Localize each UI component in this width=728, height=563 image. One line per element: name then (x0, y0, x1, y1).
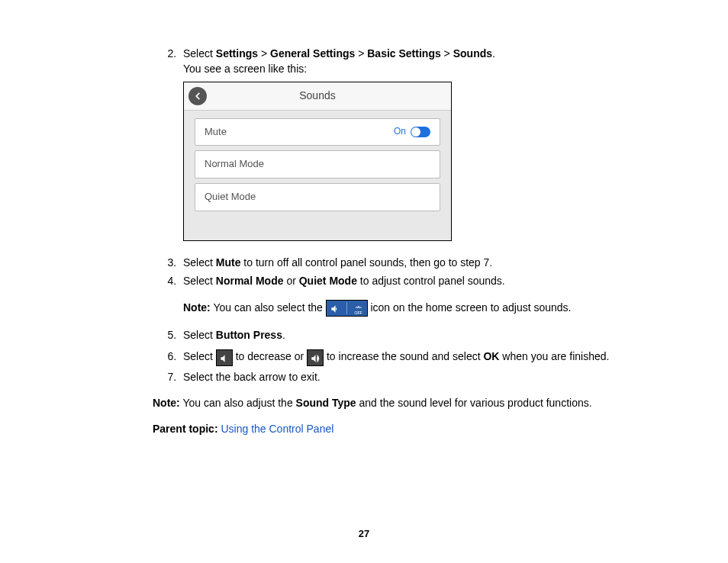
bold-normal-mode: Normal Mode (216, 275, 284, 287)
menu-settings: Settings (216, 47, 258, 60)
note-label: Note: (153, 397, 180, 409)
parent-topic-link[interactable]: Using the Control Panel (218, 423, 334, 435)
row-mute-label: Mute (205, 125, 394, 140)
bold-ok: OK (483, 350, 499, 362)
row-mute-state: On (394, 125, 406, 138)
menu-sounds: Sounds (453, 47, 492, 60)
row-normal-mode: Normal Mode (195, 150, 440, 179)
bold-quiet-mode: Quiet Mode (299, 275, 357, 287)
step-4: Select Normal Mode or Quiet Mode to adju… (179, 273, 652, 317)
bold-button-press: Button Press (216, 329, 282, 341)
volume-down-icon (216, 349, 233, 366)
step-2-subtext: You see a screen like this: (183, 61, 652, 76)
screenshot-title: Sounds (207, 88, 428, 103)
row-quiet-label: Quiet Mode (205, 190, 430, 204)
off-label: OFF (350, 311, 367, 315)
note-1: Note: You can also select the OFF icon o… (183, 300, 652, 317)
note-2: Note: You can also adjust the Sound Type… (153, 395, 652, 410)
volume-up-icon (307, 349, 324, 366)
page-number: 27 (0, 527, 728, 542)
screenshot-header: Sounds (184, 82, 451, 111)
parent-topic-label: Parent topic: (153, 423, 218, 435)
page: Select Settings > General Settings > Bas… (0, 0, 728, 563)
sound-home-icon: OFF (326, 300, 368, 317)
bold-mute: Mute (216, 256, 241, 269)
text: Select (183, 47, 216, 60)
step-6: Select to decrease or to increase the so… (179, 349, 652, 365)
instruction-list: Select Settings > General Settings > Bas… (76, 46, 652, 384)
parent-topic: Parent topic: Using the Control Panel (153, 421, 652, 436)
note-label: Note: (183, 301, 211, 314)
row-mute: Mute On (195, 118, 440, 146)
menu-basic-settings: Basic Settings (367, 47, 440, 60)
step-5: Select Button Press. (179, 327, 652, 343)
menu-general-settings: General Settings (270, 47, 355, 60)
step-3: Select Mute to turn off all control pane… (179, 255, 652, 270)
screenshot-body: Mute On Normal Mode Quiet Mode (184, 111, 451, 241)
step-7: Select the back arrow to exit. (179, 369, 652, 384)
device-screenshot: Sounds Mute On Normal Mode Quiet Mode (183, 82, 452, 242)
step-2: Select Settings > General Settings > Bas… (179, 46, 652, 241)
back-icon (188, 87, 207, 105)
bold-sound-type: Sound Type (296, 397, 356, 409)
row-quiet-mode: Quiet Mode (195, 183, 440, 211)
row-normal-label: Normal Mode (205, 157, 430, 172)
toggle-icon (411, 127, 430, 137)
